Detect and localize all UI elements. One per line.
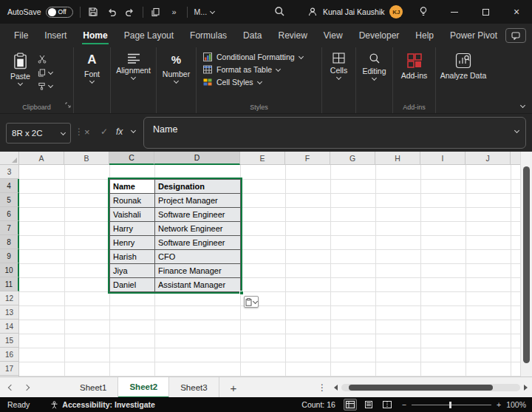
name-box[interactable]: 8R x 2C: [6, 123, 71, 143]
number-button[interactable]: % Number: [157, 47, 196, 83]
scroll-right-icon[interactable]: [524, 385, 528, 391]
cell-D9[interactable]: CFO: [155, 250, 241, 264]
horizontal-scrollbar-thumb[interactable]: [349, 385, 493, 391]
cell-C7[interactable]: Harry: [110, 222, 155, 236]
cell-C10[interactable]: Jiya: [110, 264, 155, 278]
undo-icon[interactable]: [106, 6, 117, 18]
cells-button[interactable]: Cells: [322, 47, 355, 79]
sheet-tab-sheet3[interactable]: Sheet3: [169, 377, 219, 398]
enter-icon[interactable]: ✓: [100, 126, 108, 137]
lightbulb-icon[interactable]: [418, 6, 429, 20]
addins-button[interactable]: Add-ins: [393, 47, 435, 80]
menu-tab-data[interactable]: Data: [235, 24, 270, 47]
zoom-level[interactable]: 100%: [506, 400, 526, 409]
vertical-scrollbar[interactable]: [520, 152, 532, 376]
restore-button[interactable]: [470, 0, 501, 24]
editing-button[interactable]: Editing: [356, 47, 392, 80]
column-header-B[interactable]: B: [64, 152, 109, 165]
save-icon[interactable]: [87, 6, 99, 18]
row-header-10[interactable]: 10: [0, 263, 19, 277]
column-header-G[interactable]: G: [330, 152, 375, 165]
row-header-7[interactable]: 7: [0, 221, 19, 235]
row-header-9[interactable]: 9: [0, 249, 19, 263]
zoom-out-icon[interactable]: −: [402, 400, 406, 409]
conditional-formatting-button[interactable]: Conditional Formatting: [197, 53, 321, 61]
font-button[interactable]: A Font: [74, 47, 110, 83]
row-header-5[interactable]: 5: [0, 193, 19, 207]
minimize-button[interactable]: [439, 0, 470, 24]
column-header-E[interactable]: E: [240, 152, 285, 165]
previous-sheet-icon[interactable]: [8, 385, 14, 391]
column-header-D[interactable]: D: [154, 152, 240, 165]
column-header-C[interactable]: C: [109, 152, 154, 165]
search-icon[interactable]: [274, 6, 285, 20]
cell-styles-button[interactable]: Cell Styles: [197, 78, 321, 87]
more-commands-icon[interactable]: »: [168, 6, 180, 18]
sheet-tab-sheet2[interactable]: Sheet2: [118, 377, 169, 398]
page-break-view-button[interactable]: [381, 399, 394, 411]
copy-button[interactable]: [38, 69, 52, 77]
row-header-14[interactable]: 14: [0, 320, 19, 334]
menu-tab-view[interactable]: View: [316, 24, 351, 47]
formula-bar-grip-icon[interactable]: ⋮: [75, 126, 83, 137]
menu-tab-power-pivot[interactable]: Power Pivot: [442, 24, 505, 47]
paste-button[interactable]: Paste: [10, 47, 30, 90]
avatar[interactable]: KJ: [389, 5, 403, 18]
new-sheet-button[interactable]: +: [225, 377, 242, 398]
alignment-button[interactable]: Alignment: [111, 47, 156, 79]
row-header-12[interactable]: 12: [0, 291, 19, 305]
row-header-15[interactable]: 15: [0, 334, 19, 348]
row-header-17[interactable]: 17: [0, 362, 19, 376]
tab-overflow-icon[interactable]: ⋮: [318, 377, 327, 398]
zoom-slider[interactable]: [412, 405, 491, 405]
select-all-corner[interactable]: [0, 152, 19, 165]
column-header-F[interactable]: F: [285, 152, 330, 165]
column-header-I[interactable]: I: [420, 152, 466, 165]
format-as-table-button[interactable]: Format as Table: [197, 65, 321, 74]
clipboard-dialog-launcher-icon[interactable]: [65, 98, 71, 111]
cell-D5[interactable]: Project Manager: [155, 194, 241, 208]
insert-function-icon[interactable]: fx: [116, 126, 123, 137]
cell-D6[interactable]: Software Engineer: [155, 208, 241, 222]
close-button[interactable]: ×: [501, 0, 532, 24]
autosave-toggle[interactable]: Off: [46, 7, 73, 18]
collapse-ribbon-icon[interactable]: [520, 103, 525, 108]
column-header-H[interactable]: H: [375, 152, 420, 165]
row-header-11[interactable]: 11: [0, 277, 19, 291]
column-header-J[interactable]: J: [466, 152, 511, 165]
zoom-slider-thumb[interactable]: [449, 402, 451, 408]
row-header-16[interactable]: 16: [0, 348, 19, 362]
menu-tab-page-layout[interactable]: Page Layout: [116, 24, 182, 47]
menu-tab-insert[interactable]: Insert: [36, 24, 75, 47]
menu-tab-developer[interactable]: Developer: [351, 24, 408, 47]
row-header-3[interactable]: 3: [0, 165, 19, 179]
row-header-6[interactable]: 6: [0, 207, 19, 221]
format-painter-button[interactable]: [38, 82, 52, 90]
page-layout-view-button[interactable]: [362, 399, 375, 411]
mode-menu[interactable]: M...: [194, 7, 215, 16]
row-header-13[interactable]: 13: [0, 305, 19, 320]
copy-icon[interactable]: [150, 6, 162, 18]
accessibility-status[interactable]: Accessibility: Investigate: [50, 400, 154, 409]
cell-D7[interactable]: Network Engineer: [155, 222, 241, 236]
menu-tab-help[interactable]: Help: [407, 24, 442, 47]
formula-input[interactable]: Name: [143, 117, 526, 149]
column-header-A[interactable]: A: [19, 152, 64, 165]
row-header-4[interactable]: 4: [0, 179, 19, 193]
account-chip[interactable]: Kunal Jai Kaushik KJ: [303, 3, 407, 21]
normal-view-button[interactable]: [344, 399, 357, 411]
cell-D4[interactable]: Designation: [155, 180, 241, 194]
vertical-scrollbar-thumb[interactable]: [523, 166, 530, 363]
cell-D11[interactable]: Assistant Manager: [155, 278, 241, 292]
zoom-in-icon[interactable]: +: [497, 400, 501, 409]
next-sheet-icon[interactable]: [24, 385, 30, 391]
cut-button[interactable]: [38, 55, 52, 64]
cell-C4[interactable]: Name: [110, 180, 155, 194]
scroll-left-icon[interactable]: [334, 385, 338, 391]
cancel-icon[interactable]: ×: [84, 126, 90, 138]
paste-options-button[interactable]: [244, 296, 259, 308]
horizontal-scrollbar-track[interactable]: [341, 384, 520, 391]
menu-tab-file[interactable]: File: [6, 24, 36, 47]
cell-C5[interactable]: Rounak: [110, 194, 155, 208]
cell-C6[interactable]: Vaishali: [110, 208, 155, 222]
